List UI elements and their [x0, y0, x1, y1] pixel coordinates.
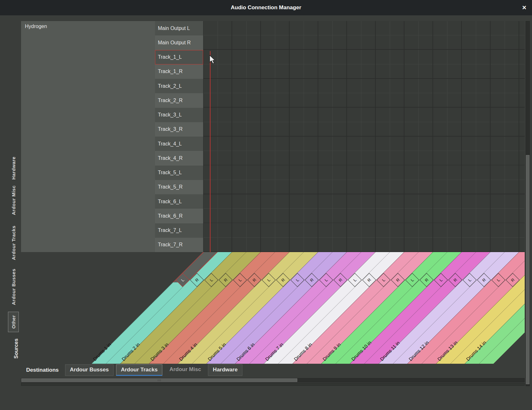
source-port-label: Track_6_L: [158, 199, 182, 205]
source-port-row[interactable]: Track_2_L: [155, 79, 203, 93]
source-port-row[interactable]: Main Output L: [155, 21, 203, 35]
destination-tabs: Ardour BussesArdour TracksArdour MiscHar…: [65, 364, 242, 376]
titlebar: Audio Connection Manager ×: [0, 0, 532, 15]
destination-tab-hardware[interactable]: Hardware: [208, 364, 242, 376]
source-port-label: Main Output R: [158, 40, 191, 46]
destination-tab-ardour-busses[interactable]: Ardour Busses: [65, 364, 114, 376]
source-port-row[interactable]: Track_3_L: [155, 108, 203, 122]
source-port-row[interactable]: Track_1_L: [155, 50, 203, 64]
source-port-label: Track_4_L: [158, 141, 182, 147]
destinations-axis-label: Destinations: [26, 367, 59, 373]
destination-tab-ardour-tracks[interactable]: Ardour Tracks: [116, 364, 162, 376]
source-port-label: Track_6_R: [158, 213, 183, 219]
destination-tab-bar: Destinations Ardour BussesArdour TracksA…: [21, 364, 242, 376]
source-port-label: Main Output L: [158, 26, 190, 31]
source-tab-ardour-tracks[interactable]: Ardour Tracks: [8, 221, 19, 264]
crosshair-column-line: [210, 51, 211, 252]
source-tab-other[interactable]: Other: [8, 312, 19, 332]
vertical-scrollbar[interactable]: [526, 21, 530, 386]
source-port-row[interactable]: Main Output R: [155, 35, 203, 50]
vertical-scrollbar-handle[interactable]: [526, 155, 529, 384]
source-port-label: Track_5_R: [158, 184, 183, 190]
destination-tab-ardour-misc[interactable]: Ardour Misc: [165, 364, 205, 376]
source-port-label: Track_5_L: [158, 170, 182, 175]
source-port-row[interactable]: Track_7_L: [155, 223, 203, 238]
sources-axis-label: Sources: [11, 336, 21, 361]
source-port-label: Track_3_R: [158, 126, 183, 132]
source-port-label: Track_4_R: [158, 155, 183, 161]
source-port-row[interactable]: Track_6_R: [155, 209, 203, 223]
source-port-row[interactable]: Track_2_R: [155, 93, 203, 108]
source-port-label: Track_1_L: [158, 54, 182, 60]
source-port-row[interactable]: Track_1_R: [155, 64, 203, 79]
source-port-label: Track_3_L: [158, 112, 182, 118]
window-title: Audio Connection Manager: [231, 4, 301, 11]
destination-port-labels: LRLRLRLRLRLRLRLRLRLRLRLRDrums 1 inDrums …: [21, 252, 525, 364]
source-port-row[interactable]: Track_3_R: [155, 122, 203, 137]
horizontal-scrollbar-handle[interactable]: [21, 378, 297, 382]
source-port-row[interactable]: Track_6_L: [155, 194, 203, 209]
source-port-row[interactable]: Track_4_L: [155, 137, 203, 151]
source-port-label: Track_7_R: [158, 242, 183, 248]
source-port-row[interactable]: Track_5_L: [155, 166, 203, 180]
source-port-row[interactable]: Track_5_R: [155, 180, 203, 194]
source-group-label: Hydrogen: [25, 24, 47, 29]
source-port-label: Track_1_R: [158, 69, 183, 74]
scrollbar-grip-icon: [158, 379, 161, 381]
source-group-panel[interactable]: Hydrogen: [21, 21, 155, 252]
connection-matrix-grid[interactable]: [203, 21, 525, 252]
source-port-row[interactable]: Track_7_R: [155, 238, 203, 252]
source-port-label: Track_2_R: [158, 98, 183, 103]
close-icon[interactable]: ×: [522, 0, 526, 15]
horizontal-scrollbar-secondary[interactable]: [21, 383, 525, 386]
source-tab-ardour-busses[interactable]: Ardour Busses: [8, 265, 19, 309]
mouse-cursor-icon: [209, 55, 216, 64]
source-tab-ardour-misc[interactable]: Ardour Misc: [8, 184, 19, 216]
horizontal-scrollbar[interactable]: [21, 378, 525, 382]
source-port-label: Track_2_L: [158, 83, 182, 89]
source-port-list: Main Output LMain Output RTrack_1_LTrack…: [155, 21, 203, 252]
source-tab-hardware[interactable]: Hardware: [8, 153, 19, 183]
source-port-label: Track_7_L: [158, 227, 182, 233]
source-port-row[interactable]: Track_4_R: [155, 151, 203, 165]
